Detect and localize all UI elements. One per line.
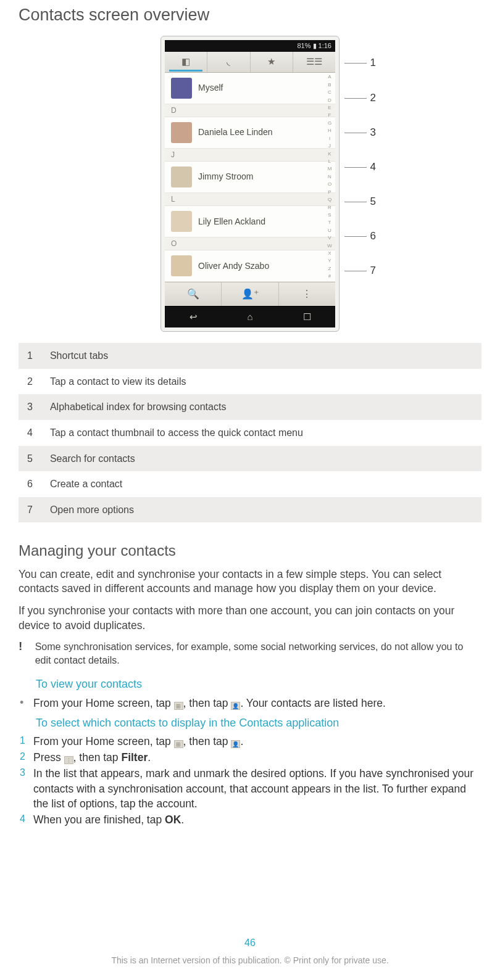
- add-contact-button[interactable]: 👤⁺: [222, 282, 278, 306]
- alpha-letter[interactable]: #: [325, 273, 334, 280]
- paragraph: You can create, edit and synchronise you…: [19, 567, 481, 596]
- note: ! Some synchronisation services, for exa…: [36, 640, 481, 667]
- alpha-letter[interactable]: K: [325, 151, 334, 158]
- step-number: 3: [20, 766, 33, 780]
- contact-thumbnail[interactable]: [171, 255, 192, 276]
- alpha-letter[interactable]: E: [325, 105, 334, 112]
- step-text: Press ⋮, then tap Filter.: [33, 750, 151, 765]
- contacts-icon: 👤: [231, 740, 240, 748]
- nav-back[interactable]: ↩: [165, 307, 222, 327]
- contact-row[interactable]: Oliver Andy Szabo: [165, 250, 335, 282]
- callout: 2: [344, 91, 376, 105]
- contact-row[interactable]: Lily Ellen Ackland: [165, 206, 335, 237]
- tab-contacts[interactable]: ◧: [165, 52, 207, 72]
- tab-favorites[interactable]: ★: [251, 52, 293, 72]
- alpha-letter[interactable]: W: [325, 243, 334, 250]
- alpha-letter[interactable]: Y: [325, 258, 334, 265]
- paragraph: If you synchronise your contacts with mo…: [19, 604, 481, 633]
- legend-row: 4Tap a contact thumbnail to access the q…: [19, 420, 481, 446]
- legend-number: 5: [19, 446, 41, 472]
- section-header: O: [165, 237, 335, 250]
- contact-list: MyselfDDaniela Lee LindenJJimmy StroomLL…: [165, 73, 335, 282]
- legend-text: Open more options: [41, 497, 481, 523]
- tab-call[interactable]: ◟: [207, 52, 250, 72]
- bottom-toolbar: 🔍 👤⁺ ⋮: [165, 282, 335, 306]
- step-text: In the list that appears, mark and unmar…: [33, 766, 481, 810]
- status-bar: 81% ▮ 1:16: [165, 40, 335, 52]
- alpha-letter[interactable]: C: [325, 89, 334, 96]
- alpha-letter[interactable]: F: [325, 112, 334, 119]
- sub-heading: To view your contacts: [36, 677, 481, 691]
- step: • From your Home screen, tap ⊞, then tap…: [36, 696, 481, 710]
- more-options-button[interactable]: ⋮: [279, 282, 335, 306]
- alpha-letter[interactable]: U: [325, 228, 334, 234]
- callout-labels: 1234567: [344, 56, 376, 278]
- shortcut-tabs: ◧ ◟ ★ ☰☰: [165, 52, 335, 72]
- legend-number: 4: [19, 420, 41, 446]
- contact-thumbnail[interactable]: [171, 78, 192, 99]
- legend-row: 2Tap a contact to view its details: [19, 369, 481, 395]
- callout: 5: [344, 195, 376, 209]
- alpha-letter[interactable]: V: [325, 235, 334, 242]
- alpha-letter[interactable]: N: [325, 174, 334, 181]
- alpha-letter[interactable]: T: [325, 220, 334, 226]
- search-button[interactable]: 🔍: [165, 282, 222, 306]
- alpha-letter[interactable]: Z: [325, 266, 334, 273]
- alpha-letter[interactable]: D: [325, 97, 334, 104]
- step-number: 4: [20, 812, 33, 826]
- legend-row: 6Create a contact: [19, 471, 481, 497]
- nav-home[interactable]: ⌂: [222, 307, 278, 327]
- legend-number: 6: [19, 471, 41, 497]
- legend-text: Alphabetical index for browsing contacts: [41, 394, 481, 420]
- callout: 7: [344, 264, 376, 278]
- alpha-letter[interactable]: G: [325, 120, 334, 127]
- menu-icon: ⋮: [64, 756, 73, 764]
- callout: 6: [344, 229, 376, 244]
- tab-groups[interactable]: ☰☰: [293, 52, 335, 72]
- alpha-letter[interactable]: O: [325, 181, 334, 188]
- contact-name: Myself: [198, 82, 223, 94]
- alpha-letter[interactable]: Q: [325, 197, 334, 204]
- contact-row[interactable]: Daniela Lee Linden: [165, 117, 335, 149]
- section-header: D: [165, 104, 335, 117]
- alpha-letter[interactable]: S: [325, 212, 334, 219]
- step: 4 When you are finished, tap OK.: [36, 812, 481, 827]
- alpha-letter[interactable]: P: [325, 189, 334, 196]
- page-title: Contacts screen overview: [19, 4, 481, 26]
- legend-table: 1Shortcut tabs2Tap a contact to view its…: [19, 343, 481, 522]
- legend-number: 7: [19, 497, 41, 523]
- callout: 3: [344, 126, 376, 140]
- alpha-letter[interactable]: M: [325, 166, 334, 173]
- alpha-letter[interactable]: H: [325, 128, 334, 134]
- alpha-letter[interactable]: L: [325, 159, 334, 165]
- legend-row: 1Shortcut tabs: [19, 343, 481, 369]
- contact-thumbnail[interactable]: [171, 122, 192, 143]
- alpha-letter[interactable]: B: [325, 82, 334, 89]
- apps-icon: ⊞: [174, 702, 183, 710]
- legend-row: 5Search for contacts: [19, 446, 481, 472]
- contact-row[interactable]: Myself: [165, 73, 335, 104]
- legend-number: 1: [19, 343, 41, 369]
- alpha-letter[interactable]: J: [325, 143, 334, 150]
- section-heading-managing: Managing your contacts: [19, 541, 481, 561]
- legend-text: Create a contact: [41, 471, 481, 497]
- contacts-figure: 81% ▮ 1:16 ◧ ◟ ★ ☰☰ MyselfDDaniela Lee L…: [19, 36, 481, 332]
- apps-icon: ⊞: [174, 740, 183, 748]
- alpha-letter[interactable]: R: [325, 205, 334, 212]
- contact-name: Daniela Lee Linden: [198, 126, 273, 138]
- contacts-icon: 👤: [231, 702, 240, 710]
- step: 3 In the list that appears, mark and unm…: [36, 766, 481, 810]
- step-text: From your Home screen, tap ⊞, then tap 👤…: [33, 734, 243, 749]
- contact-row[interactable]: Jimmy Stroom: [165, 162, 335, 193]
- callout: 4: [344, 160, 376, 175]
- alpha-letter[interactable]: I: [325, 136, 334, 142]
- contact-thumbnail[interactable]: [171, 167, 192, 187]
- nav-recent[interactable]: ☐: [278, 307, 335, 327]
- alpha-letter[interactable]: A: [325, 74, 334, 81]
- note-text: Some synchronisation services, for examp…: [35, 640, 481, 667]
- nav-bar: ↩ ⌂ ☐: [165, 306, 335, 327]
- alpha-index[interactable]: ABCDEFGHIJKLMNOPQRSTUVWXYZ#: [325, 73, 334, 282]
- section-header: J: [165, 149, 335, 162]
- contact-thumbnail[interactable]: [171, 211, 192, 232]
- alpha-letter[interactable]: X: [325, 250, 334, 257]
